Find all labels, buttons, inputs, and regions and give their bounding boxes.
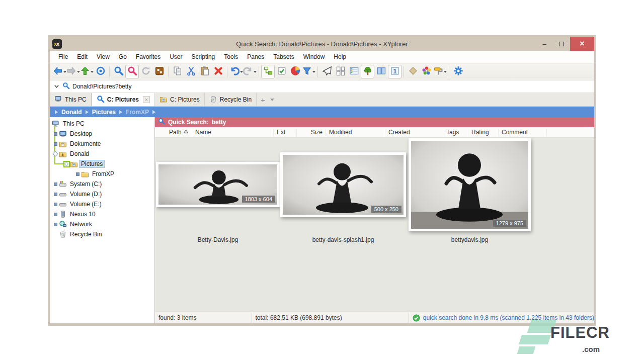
toolbar-button-dual-pane[interactable] xyxy=(374,65,388,78)
maximize-button[interactable] xyxy=(553,37,570,51)
tree-item-nexus-10[interactable]: Nexus 10 xyxy=(50,209,154,219)
menu-item-panes[interactable]: Panes xyxy=(243,51,269,62)
toolbar-button-cut[interactable] xyxy=(184,65,198,78)
menu-item-tabsets[interactable]: Tabsets xyxy=(269,51,298,62)
file-thumbnail[interactable]: 1803 x 604 xyxy=(156,162,280,207)
toolbar-button-undo[interactable] xyxy=(229,65,243,78)
dropdown-caret-icon[interactable] xyxy=(312,71,315,73)
column-header-rating[interactable]: Rating xyxy=(468,129,499,136)
column-header-name[interactable]: Name xyxy=(192,129,274,136)
tree-item-label: Donald xyxy=(68,150,91,158)
toolbar-button-pane-one[interactable]: 1 xyxy=(388,65,401,78)
column-header-size[interactable]: Size xyxy=(297,129,326,136)
menu-item-file[interactable]: File xyxy=(54,51,72,62)
address-input[interactable]: Donald\Pictures?betty xyxy=(72,83,131,90)
toolbar-button-forward[interactable] xyxy=(66,65,80,78)
toolbar-button-visual-filter[interactable] xyxy=(302,65,315,78)
tree-expand-marker[interactable] xyxy=(52,130,59,137)
toolbar-button-copy[interactable] xyxy=(171,65,184,78)
toolbar-button-paste[interactable] xyxy=(198,65,211,78)
tab-c-pictures[interactable]: C: Pictures xyxy=(155,93,205,106)
tree-item-donald[interactable]: Donald xyxy=(50,149,154,159)
file-thumbnail[interactable]: 500 x 250 xyxy=(280,152,406,217)
tree-item-dokumente[interactable]: Dokumente xyxy=(50,139,154,149)
address-bar[interactable]: Donald\Pictures?betty xyxy=(50,80,594,93)
toolbar-button-redo[interactable] xyxy=(243,65,257,78)
menu-item-go[interactable]: Go xyxy=(114,51,131,62)
tree-expand-marker[interactable] xyxy=(52,191,59,198)
breadcrumb-item-fromxp[interactable]: FromXP xyxy=(126,109,149,116)
toolbar-button-back[interactable] xyxy=(53,65,66,78)
new-tab-button[interactable]: + xyxy=(257,93,269,106)
close-button[interactable]: × xyxy=(570,37,594,51)
toolbar-button-configuration[interactable] xyxy=(451,65,465,78)
tab-recycle-bin[interactable]: Recycle Bin xyxy=(205,93,257,106)
minimize-button[interactable]: – xyxy=(536,37,553,51)
column-header-path[interactable]: Path xyxy=(166,129,192,136)
tab-list-caret-icon[interactable] xyxy=(270,99,274,101)
tree-expand-marker[interactable] xyxy=(52,221,59,228)
toolbar-button-wipe[interactable] xyxy=(406,65,420,78)
toolbar-button-repeat-search[interactable] xyxy=(139,65,152,78)
tree-expand-marker[interactable] xyxy=(52,150,59,157)
breadcrumb-item-pictures[interactable]: Pictures xyxy=(92,109,116,116)
toolbar-button-ghost-filter[interactable] xyxy=(320,65,334,78)
tree-item-volume-d[interactable]: Volume (D:) xyxy=(50,189,154,199)
toolbar-button-show-tree[interactable] xyxy=(361,65,374,78)
tree-expand-marker[interactable] xyxy=(52,211,59,218)
toolbar-button-hotlist[interactable] xyxy=(94,65,107,78)
toolbar-button-mini-tree[interactable] xyxy=(261,65,275,78)
toolbar-button-statistics[interactable] xyxy=(288,65,302,78)
dropdown-caret-icon[interactable] xyxy=(254,71,257,73)
toolbar-button-details-view[interactable] xyxy=(347,65,361,78)
file-name-label[interactable]: bettydavis.jpg xyxy=(409,236,531,243)
tree-item-this-pc[interactable]: This PC xyxy=(50,119,154,129)
toolbar-button-branch-view[interactable] xyxy=(152,65,166,78)
tree-expand-marker[interactable] xyxy=(52,231,59,238)
toolbar-button-quick-search[interactable] xyxy=(125,65,139,78)
tree-item-pictures[interactable]: Pictures xyxy=(50,159,154,169)
toolbar-button-delete[interactable] xyxy=(211,65,225,78)
menu-item-window[interactable]: Window xyxy=(299,51,330,62)
title-bar[interactable]: xx Quick Search: Donald\Pictures - Donal… xyxy=(50,37,594,51)
tree-item-volume-e[interactable]: Volume (E:) xyxy=(50,199,154,209)
file-name-label[interactable]: betty-davis-splash1.jpg xyxy=(280,236,406,243)
tree-expand-marker[interactable] xyxy=(52,180,59,188)
tree-item-system-c[interactable]: System (C:) xyxy=(50,179,154,189)
toolbar-button-checkboxes[interactable] xyxy=(275,65,288,78)
menu-item-favorites[interactable]: Favorites xyxy=(131,51,165,62)
tree-item-fromxp[interactable]: FromXP xyxy=(50,169,154,179)
toolbar-button-find-files[interactable] xyxy=(112,65,125,78)
tree-item-desktop[interactable]: Desktop xyxy=(50,129,154,139)
toolbar-button-color-filters[interactable] xyxy=(420,65,433,78)
tab-this-pc[interactable]: This PC xyxy=(50,93,92,106)
tab-close-icon[interactable]: × xyxy=(143,96,150,103)
menu-item-help[interactable]: Help xyxy=(329,51,351,62)
tree-expand-marker[interactable] xyxy=(74,170,81,177)
menu-item-scripting[interactable]: Scripting xyxy=(187,51,220,62)
menu-item-user[interactable]: User xyxy=(165,51,187,62)
file-thumbnail[interactable]: 1279 x 975 xyxy=(409,138,531,231)
menu-item-tools[interactable]: Tools xyxy=(219,51,243,62)
breadcrumb-item-donald[interactable]: Donald xyxy=(61,109,82,116)
toolbar-button-up[interactable] xyxy=(80,65,94,78)
file-list-content[interactable]: 1803 x 604Betty-Davis.jpg 500 x 250betty… xyxy=(155,138,594,312)
column-header-tags[interactable]: Tags xyxy=(443,129,468,136)
tree-item-network[interactable]: Network xyxy=(50,219,154,229)
tree-expand-marker[interactable] xyxy=(52,140,59,147)
column-header-comment[interactable]: Comment xyxy=(499,129,547,136)
tab-c-pictures[interactable]: C: Pictures× xyxy=(92,93,155,106)
menu-item-view[interactable]: View xyxy=(92,51,114,62)
menu-item-edit[interactable]: Edit xyxy=(72,51,92,62)
column-header-ext[interactable]: Ext xyxy=(274,129,297,136)
dropdown-caret-icon[interactable] xyxy=(444,71,447,73)
tree-expand-marker[interactable] xyxy=(63,160,70,167)
toolbar-button-copy-items[interactable] xyxy=(334,65,347,78)
toolbar-button-touchup[interactable] xyxy=(433,65,447,78)
column-header-created[interactable]: Created xyxy=(385,129,443,136)
tree-expand-marker[interactable] xyxy=(52,201,59,208)
file-name-label[interactable]: Betty-Davis.jpg xyxy=(156,236,280,243)
tree-item-recycle-bin[interactable]: Recycle Bin xyxy=(50,229,154,239)
column-header-modified[interactable]: Modified xyxy=(326,129,385,136)
chevron-down-icon[interactable] xyxy=(54,82,62,91)
